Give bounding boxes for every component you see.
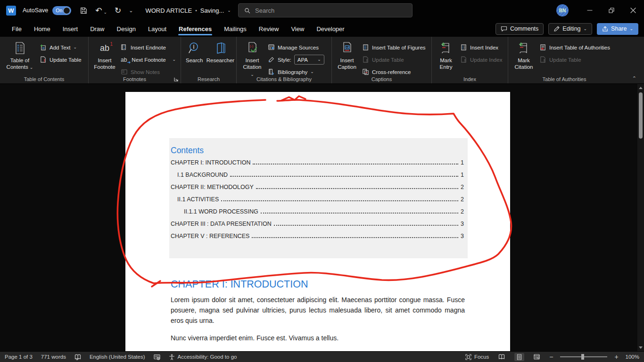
- document-title[interactable]: WORD ARTICLE • Saving... ⌄: [145, 7, 231, 14]
- next-footnote-button[interactable]: ab➜ Next Footnote ⌄: [119, 55, 178, 65]
- share-chevron-icon: ⌄: [629, 27, 633, 31]
- tab-references[interactable]: References: [173, 21, 218, 37]
- insert-table-of-figures-button[interactable]: Insert Table of Figures: [360, 42, 428, 52]
- captions-update-table-button[interactable]: Update Table: [360, 55, 428, 65]
- tab-draw[interactable]: Draw: [84, 21, 110, 37]
- insert-caption-button[interactable]: InsertCaption: [335, 39, 359, 71]
- add-text-button[interactable]: Add Text ⌄: [38, 42, 83, 52]
- accessibility-status[interactable]: Accessibility: Good to go: [169, 354, 237, 360]
- language-indicator[interactable]: English (United States): [90, 354, 145, 360]
- zoom-out-button[interactable]: −: [549, 354, 553, 360]
- maximize-button[interactable]: [601, 0, 622, 21]
- update-index-label: Update Index: [470, 57, 502, 63]
- insert-citation-label-2: Citation: [243, 64, 262, 70]
- share-button[interactable]: Share ⌄: [597, 23, 638, 35]
- tab-file[interactable]: File: [6, 21, 28, 37]
- toc-entry[interactable]: CHAPTER I: INTRODUCTION1: [171, 159, 464, 172]
- table-of-contents-icon: [13, 41, 27, 55]
- insert-footnote-button[interactable]: ab1 InsertFootnote: [91, 39, 118, 71]
- focus-icon: [465, 354, 471, 360]
- search-label: Search: [186, 57, 203, 64]
- editing-chevron-icon: ⌄: [584, 27, 587, 31]
- tab-design[interactable]: Design: [111, 21, 142, 37]
- zoom-in-button[interactable]: +: [614, 354, 618, 360]
- table-of-contents-field[interactable]: Contents CHAPTER I: INTRODUCTION1 I.1 BA…: [169, 138, 468, 258]
- update-index-button[interactable]: Update Index: [458, 55, 504, 65]
- scrollbar-thumb[interactable]: [639, 92, 643, 139]
- vertical-scrollbar[interactable]: [637, 84, 644, 351]
- insert-index-button[interactable]: Insert Index: [458, 42, 504, 52]
- mark-citation-button[interactable]: MarkCitation: [511, 39, 537, 71]
- toc-entry[interactable]: CHAPTER III : DATA PRESENTATION3: [171, 221, 464, 233]
- redo-button[interactable]: ↻: [115, 7, 121, 15]
- research-search-icon: [187, 41, 201, 55]
- footnotes-dialog-launcher[interactable]: [173, 77, 179, 82]
- autosave-toggle[interactable]: On: [52, 6, 71, 15]
- proofing-status-button[interactable]: [74, 354, 81, 360]
- close-button[interactable]: [622, 0, 644, 21]
- toc-title[interactable]: Contents: [171, 146, 464, 156]
- toc-entry[interactable]: II.1 ACTIVITIES2: [171, 196, 464, 208]
- document-page[interactable]: Contents CHAPTER I: INTRODUCTION1 I.1 BA…: [125, 92, 510, 351]
- editing-button[interactable]: Editing ⌄: [548, 23, 592, 35]
- tab-home[interactable]: Home: [28, 21, 57, 37]
- tab-mailings[interactable]: Mailings: [218, 21, 253, 37]
- comments-button[interactable]: Comments: [495, 23, 544, 35]
- tab-developer[interactable]: Developer: [310, 21, 350, 37]
- show-notes-button[interactable]: Show Notes: [119, 67, 178, 77]
- minimize-button[interactable]: [579, 0, 601, 21]
- scroll-down-arrow[interactable]: [637, 345, 644, 350]
- search-button[interactable]: Search: [184, 39, 205, 64]
- qat-more-button[interactable]: ⌄: [129, 8, 133, 13]
- toc-entry[interactable]: II.1.1 WORD PROCESSING2: [171, 208, 464, 221]
- collapse-ribbon-button[interactable]: ⌃: [632, 75, 636, 82]
- bibliography-button[interactable]: Bibliography ⌄: [266, 67, 326, 77]
- scroll-up-arrow[interactable]: [637, 85, 644, 90]
- zoom-slider-thumb[interactable]: [581, 354, 584, 360]
- word-app-icon[interactable]: W: [6, 6, 16, 16]
- mark-entry-button[interactable]: MarkEntry: [435, 39, 457, 71]
- insert-table-of-authorities-button[interactable]: Insert Table of Authorities: [537, 42, 612, 52]
- web-layout-button[interactable]: [531, 353, 542, 361]
- toc-entry[interactable]: CHAPTER V : REFERENCES3: [171, 233, 464, 245]
- paragraph[interactable]: Lorem ipsum dolor sit amet, consectetuer…: [171, 295, 465, 326]
- search-box[interactable]: [238, 3, 413, 17]
- tab-review[interactable]: Review: [253, 21, 285, 37]
- search-icon: [244, 8, 250, 14]
- insert-citation-button[interactable]: (-) InsertCitation ⌄: [239, 39, 265, 77]
- save-icon[interactable]: [80, 7, 88, 15]
- authorities-update-table-button[interactable]: Update Table: [537, 55, 612, 65]
- tab-view[interactable]: View: [285, 21, 310, 37]
- avatar[interactable]: BN: [556, 4, 569, 16]
- manage-sources-button[interactable]: Manage Sources: [266, 42, 326, 52]
- next-footnote-label: Next Footnote: [132, 57, 165, 63]
- add-text-chevron-icon: ⌄: [74, 45, 77, 49]
- toc-entry[interactable]: CHAPTER II: METHODOLOGY2: [171, 184, 464, 196]
- tab-insert[interactable]: Insert: [57, 21, 84, 37]
- tab-layout[interactable]: Layout: [142, 21, 173, 37]
- style-dropdown[interactable]: APA ⌄: [294, 55, 324, 65]
- zoom-level[interactable]: 100%: [626, 354, 639, 360]
- zoom-slider[interactable]: [560, 356, 607, 357]
- search-input[interactable]: [255, 7, 387, 14]
- document-canvas: Contents CHAPTER I: INTRODUCTION1 I.1 BA…: [0, 84, 644, 351]
- heading-chapter-1[interactable]: CHAPTER I: INTRODUCTION: [171, 279, 308, 290]
- document-body-text[interactable]: Lorem ipsum dolor sit amet, consectetuer…: [171, 295, 465, 351]
- toc-entry[interactable]: I.1 BACKGROUND1: [171, 172, 464, 184]
- researcher-button[interactable]: Researcher: [206, 39, 235, 64]
- print-layout-button[interactable]: [514, 353, 524, 361]
- toc-entry-page: 3: [459, 233, 464, 239]
- text-predictions-button[interactable]: [154, 354, 160, 360]
- undo-button[interactable]: ↶ ⌄: [95, 7, 107, 15]
- page-indicator[interactable]: Page 1 of 3: [5, 354, 33, 360]
- toc-entry-page: 2: [459, 196, 464, 203]
- paragraph[interactable]: Nunc viverra imperdiet enim. Fusce est. …: [171, 333, 465, 343]
- focus-mode-button[interactable]: Focus: [465, 354, 489, 360]
- cross-reference-button[interactable]: Cross-reference: [360, 67, 428, 77]
- toc-entry-label: II.1.1 WORD PROCESSING: [184, 208, 258, 215]
- table-of-contents-button[interactable]: Table ofContents ⌄: [3, 39, 37, 71]
- update-table-button[interactable]: Update Table: [38, 55, 83, 65]
- word-count[interactable]: 771 words: [41, 354, 66, 360]
- insert-endnote-button[interactable]: Insert Endnote: [119, 42, 178, 52]
- read-mode-button[interactable]: [496, 353, 507, 361]
